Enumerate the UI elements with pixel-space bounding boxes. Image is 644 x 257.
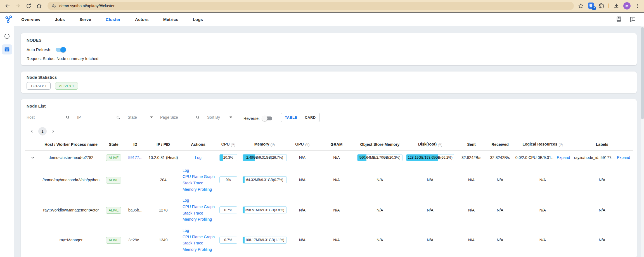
reload-button[interactable] bbox=[24, 1, 33, 10]
pagination-next-button[interactable] bbox=[49, 128, 57, 135]
help-icon[interactable]: ? bbox=[231, 143, 235, 147]
stack-trace-link[interactable]: Stack Trace bbox=[183, 240, 215, 246]
object-store-bar: 560.64MB/2.70GB(20.3%) bbox=[357, 154, 402, 161]
log-link[interactable]: Log bbox=[183, 197, 215, 204]
object-store-value: N/A bbox=[356, 165, 404, 195]
search-icon bbox=[196, 115, 200, 120]
page-size-filter bbox=[160, 114, 200, 122]
memory-usage-bar: 64.32MB/9.31GB(0.7%) bbox=[243, 176, 287, 183]
info-icon[interactable] bbox=[4, 33, 10, 39]
node-id: ba35b... bbox=[126, 195, 145, 225]
profile-avatar[interactable]: M bbox=[623, 2, 631, 9]
nav-item-metrics[interactable]: Metrics bbox=[163, 17, 178, 22]
node-statistics-title: Node Statistics bbox=[27, 75, 631, 80]
help-icon[interactable]: ? bbox=[271, 143, 275, 147]
expand-link[interactable]: Expand bbox=[557, 155, 570, 160]
help-icon[interactable]: ? bbox=[438, 143, 442, 147]
site-info-icon[interactable] bbox=[51, 3, 56, 8]
node-pid: 1278 bbox=[145, 195, 181, 225]
help-icon[interactable]: ? bbox=[559, 143, 563, 147]
memory-profiling-link[interactable]: Memory Profiling bbox=[183, 216, 215, 223]
node-pid: 1349 bbox=[145, 225, 181, 255]
nav-item-cluster[interactable]: Cluster bbox=[106, 17, 120, 22]
cpu-flame-graph-link[interactable]: CPU Flame Graph bbox=[183, 204, 215, 210]
gpu-value: N/A bbox=[288, 150, 317, 165]
ray-logo-icon[interactable] bbox=[4, 15, 14, 24]
expand-row-chevron-icon[interactable] bbox=[30, 155, 35, 160]
content: NODES Auto Refresh: Request Status: Node… bbox=[0, 26, 644, 257]
stack-trace-link[interactable]: Stack Trace bbox=[183, 210, 215, 216]
pagination-page-button[interactable]: 1 bbox=[38, 127, 47, 135]
dropdown-arrow-icon bbox=[150, 116, 153, 118]
cpu-flame-graph-link[interactable]: CPU Flame Graph bbox=[183, 173, 215, 180]
nav-item-logs[interactable]: Logs bbox=[193, 17, 203, 22]
sort-by-select[interactable]: Sort By bbox=[207, 114, 232, 122]
reverse-label: Reverse: bbox=[243, 116, 260, 121]
nav-item-serve[interactable]: Serve bbox=[79, 17, 91, 22]
page-scrollbar-thumb[interactable] bbox=[641, 27, 644, 119]
col-received: Received bbox=[486, 139, 514, 150]
col-host: Host / Worker Process name bbox=[40, 139, 102, 150]
stack-trace-link[interactable]: Stack Trace bbox=[183, 180, 215, 186]
browser-menu-icon[interactable] bbox=[634, 3, 640, 9]
node-list-title: Node List bbox=[27, 104, 631, 108]
state-select-label: State bbox=[128, 115, 137, 120]
reload-icon bbox=[27, 4, 30, 8]
state-select[interactable]: State bbox=[128, 114, 153, 122]
bookmark-star-icon[interactable] bbox=[578, 3, 584, 9]
table-row: demo-cluster-head-b2782 ALIVE 59177... 1… bbox=[25, 150, 633, 165]
disk-value: N/A bbox=[404, 225, 457, 255]
state-badge: ALIVE bbox=[106, 207, 121, 214]
extensions-puzzle-icon[interactable] bbox=[598, 3, 605, 9]
nav-item-jobs[interactable]: Jobs bbox=[55, 17, 65, 22]
table-view-button[interactable]: TABLE bbox=[281, 113, 301, 122]
node-list-panel: Node List State bbox=[21, 99, 637, 257]
log-link[interactable]: Log bbox=[183, 227, 215, 234]
gram-value: N/A bbox=[317, 225, 356, 255]
state-badge: ALIVE bbox=[106, 154, 121, 161]
help-icon[interactable]: ? bbox=[305, 143, 309, 147]
node-id-link[interactable]: 59177... bbox=[128, 155, 143, 160]
log-link[interactable]: Log bbox=[195, 154, 201, 161]
memory-profiling-link[interactable]: Memory Profiling bbox=[183, 186, 215, 193]
back-icon bbox=[6, 4, 10, 7]
cpu-usage-bar: 0.7% bbox=[219, 237, 237, 244]
log-link[interactable]: Log bbox=[183, 167, 215, 174]
object-store-value: N/A bbox=[356, 225, 404, 255]
col-logical-resources: Logical Resources? bbox=[514, 139, 571, 150]
privacy-extension-button[interactable]: 7 bbox=[588, 3, 595, 9]
node-name: ray::WorkflowManagementActor bbox=[40, 195, 102, 225]
url-text[interactable]: demo.syntho.ai/api/ray/#/cluster bbox=[59, 4, 115, 8]
host-filter bbox=[27, 114, 70, 122]
table-row: /home/ray/anaconda3/bin/python ALIVE 204… bbox=[25, 165, 633, 195]
page-scrollbar[interactable] bbox=[641, 26, 644, 257]
download-icon[interactable] bbox=[613, 3, 619, 9]
nav-item-overview[interactable]: Overview bbox=[21, 17, 40, 22]
reverse-toggle[interactable] bbox=[262, 115, 273, 122]
node-ip: 10.2.0.81 (Head) bbox=[145, 150, 181, 165]
expand-link[interactable]: Expand bbox=[617, 155, 630, 160]
forward-button[interactable] bbox=[13, 1, 22, 10]
pagination-prev-button[interactable] bbox=[28, 128, 35, 135]
feedback-icon[interactable] bbox=[629, 16, 636, 23]
page-size-input[interactable] bbox=[160, 115, 196, 120]
back-button[interactable] bbox=[3, 1, 12, 10]
total-count-chip: TOTALx 1 bbox=[27, 82, 51, 90]
address-bar[interactable]: demo.syntho.ai/api/ray/#/cluster bbox=[48, 2, 574, 10]
cpu-flame-graph-link[interactable]: CPU Flame Graph bbox=[183, 234, 215, 240]
memory-profiling-link[interactable]: Memory Profiling bbox=[183, 246, 215, 253]
home-button[interactable] bbox=[35, 1, 44, 10]
object-store-value: N/A bbox=[356, 195, 404, 225]
auto-refresh-toggle[interactable] bbox=[55, 47, 66, 53]
docs-book-icon[interactable] bbox=[615, 16, 622, 23]
col-ip-pid: IP / PID bbox=[145, 139, 181, 150]
ip-filter-input[interactable] bbox=[77, 115, 116, 120]
nodes-table: Host / Worker Process name State ID IP /… bbox=[25, 139, 633, 255]
host-filter-input[interactable] bbox=[27, 115, 66, 120]
toolbar-separator bbox=[609, 3, 609, 8]
card-view-button[interactable]: CARD bbox=[301, 113, 319, 122]
nav-items: Overview Jobs Serve Cluster Actors Metri… bbox=[21, 17, 203, 22]
disk-value: N/A bbox=[404, 195, 457, 225]
nav-item-actors[interactable]: Actors bbox=[135, 17, 149, 22]
sidebar-item-node-table[interactable] bbox=[2, 44, 12, 54]
